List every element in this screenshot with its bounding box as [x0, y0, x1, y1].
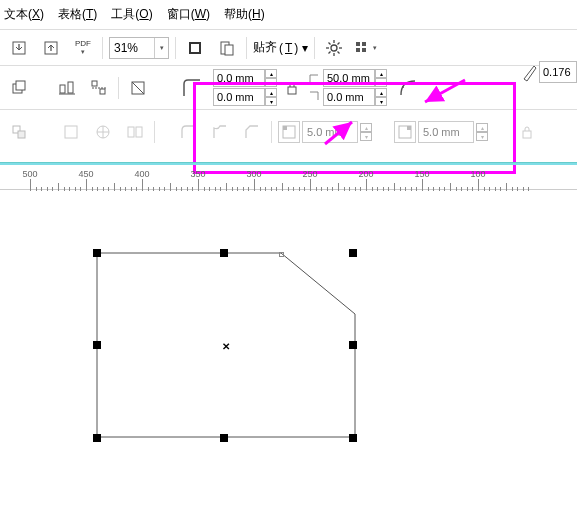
selection-handle[interactable]: [220, 434, 228, 442]
selection-handle[interactable]: [349, 434, 357, 442]
outline-width-group: [521, 61, 577, 83]
corner-tr-icon: [394, 121, 416, 143]
svg-line-12: [337, 51, 339, 53]
menu-text[interactable]: 文本(X): [4, 6, 44, 23]
snap-button[interactable]: 贴齐(T) ▾: [253, 39, 308, 56]
order-icon[interactable]: [125, 75, 151, 101]
export-icon[interactable]: [38, 35, 64, 61]
chamfer-corner-icon: [239, 119, 265, 145]
menu-tools[interactable]: 工具(O): [111, 6, 152, 23]
menu-table[interactable]: 表格(T): [58, 6, 97, 23]
svg-point-31: [408, 82, 410, 84]
svg-rect-34: [65, 126, 77, 138]
svg-line-14: [337, 42, 339, 44]
svg-rect-3: [191, 44, 199, 52]
mirror-icon: [122, 119, 148, 145]
node-marker-icon[interactable]: [279, 252, 284, 257]
separator: [175, 37, 176, 59]
svg-rect-5: [225, 45, 233, 55]
import-icon[interactable]: [6, 35, 32, 61]
center-marker-icon: ✕: [222, 341, 230, 352]
zoom-input[interactable]: [110, 38, 154, 58]
svg-rect-24: [92, 81, 97, 86]
fullscreen-icon[interactable]: [182, 35, 208, 61]
selection-handle[interactable]: [349, 249, 357, 257]
svg-rect-43: [407, 126, 411, 130]
outline-width-input[interactable]: [539, 61, 577, 83]
svg-rect-44: [523, 131, 531, 138]
svg-rect-18: [362, 48, 366, 52]
toolbar-properties: ▴▾ ▴▾ ▴▾ ▴▾: [0, 66, 577, 110]
scallop-corner-icon: [207, 119, 233, 145]
toolbar-main: PDF▾ ▾ 贴齐(T) ▾ ▾: [0, 30, 577, 66]
spin-up-icon[interactable]: ▴: [265, 69, 277, 78]
arc-y-input[interactable]: [323, 88, 375, 106]
menubar: 文本(X) 表格(T) 工具(O) 窗口(W) 帮助(H): [0, 0, 577, 30]
spin-down-icon[interactable]: ▾: [375, 78, 387, 87]
svg-rect-16: [362, 42, 366, 46]
svg-rect-21: [60, 85, 65, 93]
corner-x-input[interactable]: [213, 69, 265, 87]
corner-radius2-input[interactable]: [418, 121, 474, 143]
spin-down-icon[interactable]: ▾: [265, 97, 277, 106]
spin-up-icon[interactable]: ▴: [476, 123, 488, 132]
selection-handle[interactable]: [220, 249, 228, 257]
align-distribute-icon[interactable]: [54, 75, 80, 101]
svg-rect-22: [68, 82, 73, 93]
settings-icon[interactable]: [321, 35, 347, 61]
svg-point-30: [402, 86, 404, 88]
svg-rect-33: [18, 131, 25, 138]
wrap-text-icon[interactable]: [6, 119, 32, 145]
separator: [246, 37, 247, 59]
canvas[interactable]: ✕: [0, 190, 577, 515]
zoom-dropdown-icon[interactable]: ▾: [154, 38, 168, 58]
rectangle-corner-icon[interactable]: [177, 73, 207, 103]
menu-help[interactable]: 帮助(H): [224, 6, 265, 23]
spin-down-icon[interactable]: ▾: [360, 132, 372, 141]
arc-x-input[interactable]: [323, 69, 375, 87]
spin-down-icon[interactable]: ▾: [375, 97, 387, 106]
selection-handle[interactable]: [93, 434, 101, 442]
selection-handle[interactable]: [349, 341, 357, 349]
app-launcher-icon[interactable]: ▾: [353, 35, 379, 61]
arc-top-icon: [307, 70, 323, 86]
arc-right-icon: [307, 89, 323, 105]
round-corner-icon: [175, 119, 201, 145]
spin-up-icon[interactable]: ▴: [360, 123, 372, 132]
spin-up-icon[interactable]: ▴: [375, 88, 387, 97]
spin-down-icon[interactable]: ▾: [265, 78, 277, 87]
preview-icon[interactable]: [214, 35, 240, 61]
spin-up-icon[interactable]: ▴: [375, 69, 387, 78]
spin-up-icon[interactable]: ▴: [265, 88, 277, 97]
relative-corner-icon[interactable]: [393, 73, 423, 103]
svg-line-13: [328, 51, 330, 53]
corner-y-input[interactable]: [213, 88, 265, 106]
menu-window[interactable]: 窗口(W): [167, 6, 210, 23]
distribute-icon[interactable]: [86, 75, 112, 101]
arc-size-group: ▴▾ ▴▾: [307, 69, 387, 106]
separator: [154, 121, 155, 143]
svg-rect-39: [136, 127, 142, 137]
svg-rect-17: [356, 48, 360, 52]
pdf-export-icon[interactable]: PDF▾: [70, 35, 96, 61]
toolbar-corner-styles: ▴▾ ▴▾: [0, 110, 577, 154]
selection-handle[interactable]: [93, 341, 101, 349]
lock-icon[interactable]: [283, 79, 301, 97]
spin-down-icon[interactable]: ▾: [476, 132, 488, 141]
svg-rect-15: [356, 42, 360, 46]
svg-line-28: [132, 82, 144, 94]
selection-handle[interactable]: [93, 249, 101, 257]
zoom-level[interactable]: ▾: [109, 37, 169, 59]
bring-front-icon[interactable]: [6, 75, 32, 101]
separator: [314, 37, 315, 59]
svg-rect-20: [16, 81, 25, 90]
separator: [271, 121, 272, 143]
corner-tl-icon: [278, 121, 300, 143]
corner-size-group: ▴▾ ▴▾: [213, 69, 277, 106]
corner-radius1-input[interactable]: [302, 121, 358, 143]
separator: [102, 37, 103, 59]
svg-rect-29: [288, 87, 296, 94]
rotate-icon: [90, 119, 116, 145]
svg-rect-38: [128, 127, 134, 137]
separator: [118, 77, 119, 99]
